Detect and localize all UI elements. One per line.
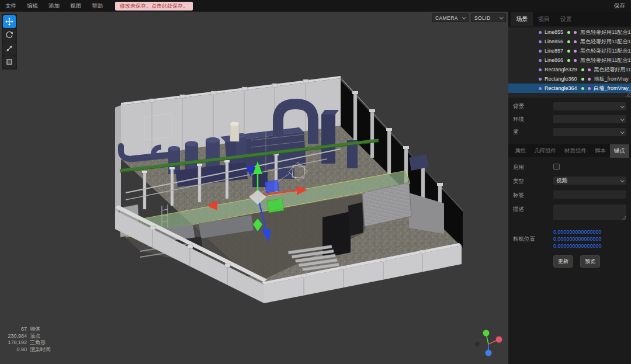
rotate-tool-button[interactable]	[3, 29, 16, 41]
select-box-icon	[5, 58, 13, 66]
geometry-icon	[581, 68, 584, 71]
object-type-icon	[539, 78, 542, 81]
viewport-stats: 67 物体 230,984 顶点 178,192 三角形 0.90 渲染时间	[4, 326, 51, 353]
camera-position-x: 0.000000000000000	[553, 228, 626, 235]
environment-row: 环境	[513, 115, 626, 123]
fog-label: 雾	[513, 129, 553, 136]
environment-select[interactable]	[553, 115, 626, 123]
outliner-row[interactable]: Line855 黑色轻奢好用11配合111_fromVra	[508, 27, 631, 37]
camera-position-z: 0.000000000000000	[553, 242, 626, 249]
outliner-row[interactable]: Line856 黑色轻奢好用11配合111_fromVr	[508, 37, 631, 46]
tab-properties[interactable]: 属性	[511, 144, 530, 158]
type-label: 类型	[513, 176, 553, 185]
tag-input[interactable]	[553, 190, 626, 199]
object-tabs: 属性 几何组件 材质组件 脚本 锚点	[508, 144, 631, 157]
background-select[interactable]	[553, 102, 626, 110]
sidebar: 场景 项目 设置 Line855 黑色轻奢好用11配合111_fromVra L…	[508, 12, 631, 364]
update-button[interactable]: 更新	[553, 255, 573, 268]
translate-icon	[5, 18, 13, 26]
description-textarea[interactable]	[553, 204, 626, 220]
geometry-icon	[567, 59, 570, 62]
menu-file[interactable]: 文件	[0, 0, 22, 12]
outliner-row[interactable]: Rectangle329 黑色轻奢好用11配合_fromV	[508, 65, 631, 74]
tag-label: 标签	[513, 190, 553, 199]
geometry-icon	[567, 31, 570, 34]
axis-neg-dot[interactable]	[475, 342, 480, 347]
description-row: 描述	[513, 204, 626, 220]
scene-outliner[interactable]: Line855 黑色轻奢好用11配合111_fromVra Line856 黑色…	[508, 27, 631, 98]
outliner-resize-grip[interactable]	[626, 92, 630, 97]
background-row: 背景	[513, 102, 626, 110]
material-icon	[574, 40, 577, 43]
gizmo-plane-xz[interactable]	[267, 199, 284, 213]
menu-help[interactable]: 帮助	[86, 0, 108, 12]
tab-anchor[interactable]: 锚点	[610, 144, 629, 158]
menu-add[interactable]: 添加	[43, 0, 65, 12]
gizmo-plane-xy[interactable]	[265, 180, 279, 193]
camera-position-label: 相机位置	[513, 228, 553, 243]
tab-scene[interactable]: 场景	[511, 12, 533, 26]
chevron-down-icon	[620, 117, 625, 121]
translate-tool-button[interactable]	[3, 15, 16, 28]
enable-checkbox[interactable]	[553, 164, 560, 170]
menu-edit[interactable]: 编辑	[22, 0, 43, 12]
camera-position-y: 0.000000000000000	[553, 235, 626, 242]
object-type-icon	[539, 40, 542, 43]
geometry-icon	[567, 50, 570, 53]
object-type-icon	[539, 59, 542, 62]
save-button[interactable]: 保存	[614, 2, 625, 10]
material-icon	[574, 59, 577, 62]
menu-view[interactable]: 视图	[65, 0, 86, 12]
preview-button[interactable]: 预览	[580, 255, 600, 268]
outliner-row[interactable]: Rectangle360 地板_fromVray	[508, 74, 631, 84]
type-select[interactable]: 视频	[553, 176, 626, 185]
shading-select[interactable]: SOLID	[471, 13, 506, 22]
object-type-icon	[539, 68, 542, 71]
editor-window: 文件 编辑 添加 视图 帮助 修改未保存。点击此处保存。 保存	[0, 0, 631, 364]
material-icon	[574, 50, 577, 53]
outliner-row[interactable]: Line866 黑色轻奢好用11配合11111_fromV	[508, 56, 631, 65]
object-type-icon	[539, 50, 542, 53]
rotate-icon	[5, 31, 13, 39]
axis-x-dot[interactable]	[496, 337, 502, 343]
tab-settings[interactable]: 设置	[555, 12, 577, 26]
tab-material[interactable]: 材质组件	[560, 144, 591, 158]
menubar: 文件 编辑 添加 视图 帮助 修改未保存。点击此处保存。 保存	[0, 0, 631, 12]
chevron-down-icon	[500, 15, 504, 19]
anchor-actions: 更新 预览	[553, 255, 626, 268]
chevron-down-icon	[620, 130, 625, 134]
outliner-row[interactable]: Line857 黑色轻奢好用11配合111_fromVra	[508, 46, 631, 56]
camera-position-values: 0.000000000000000 0.000000000000000 0.00…	[553, 228, 626, 249]
tab-project[interactable]: 项目	[533, 12, 555, 26]
camera-position-row: 相机位置 0.000000000000000 0.000000000000000…	[513, 228, 626, 249]
tag-row: 标签	[513, 190, 626, 199]
object-type-icon	[539, 31, 542, 34]
tab-geometry[interactable]: 几何组件	[530, 144, 560, 158]
axis-y-dot[interactable]	[483, 330, 490, 337]
axis-z-dot[interactable]	[486, 350, 492, 356]
outliner-row-selected[interactable]: Rectangle364 白墙_fromVray_重复2	[508, 84, 631, 93]
enable-label: 启用	[513, 162, 553, 171]
camera-select[interactable]: CAMERA	[432, 13, 469, 22]
geometry-icon	[581, 78, 584, 81]
material-icon	[588, 68, 591, 71]
environment-label: 环境	[513, 116, 553, 123]
sidebar-tabs: 场景 项目 设置	[508, 12, 631, 26]
background-label: 背景	[513, 103, 553, 110]
unsaved-changes-badge[interactable]: 修改未保存。点击此处保存。	[115, 2, 193, 11]
scale-tool-button[interactable]	[3, 42, 16, 55]
tab-script[interactable]: 脚本	[591, 144, 610, 158]
camera-select-value: CAMERA	[435, 15, 458, 21]
object-type-icon	[539, 87, 542, 90]
chevron-down-icon	[620, 104, 625, 108]
stat-vertices: 230,984 顶点	[4, 333, 51, 340]
shading-select-value: SOLID	[474, 15, 491, 21]
select-box-tool-button[interactable]	[3, 56, 16, 68]
type-select-value: 视频	[556, 177, 567, 185]
fog-row: 雾	[513, 128, 626, 136]
chevron-down-icon	[620, 178, 625, 182]
chevron-down-icon	[462, 15, 466, 19]
fog-select[interactable]	[553, 128, 626, 136]
type-row: 类型 视频	[513, 176, 626, 185]
description-label: 描述	[513, 204, 553, 213]
